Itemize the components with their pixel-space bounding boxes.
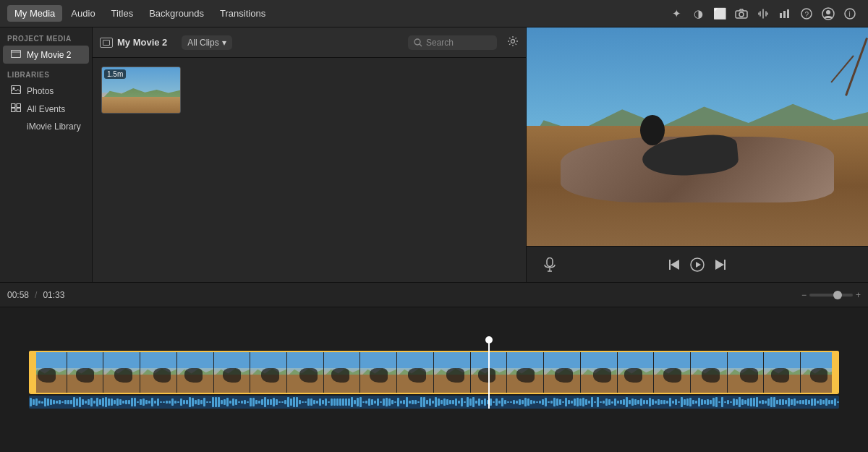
zoom-plus-icon[interactable]: + (856, 290, 861, 300)
clip-thumbnail[interactable]: 1.5m (101, 67, 181, 114)
magic-wand-icon[interactable]: ✦ (668, 6, 684, 22)
zoom-slider[interactable] (809, 294, 853, 297)
film-frame (67, 352, 104, 393)
film-frame (618, 352, 655, 393)
svg-text:?: ? (805, 10, 809, 18)
color-correction-icon[interactable]: ◑ (690, 6, 706, 22)
settings-icon[interactable] (507, 35, 519, 50)
playhead-dot (485, 336, 493, 344)
sidebar-item-all-events[interactable]: All Events (3, 100, 89, 118)
project-media-label: PROJECT MEDIA (0, 27, 92, 46)
audio-track (29, 396, 839, 409)
film-frame (507, 352, 544, 393)
film-frame (214, 352, 251, 393)
photos-label: Photos (27, 86, 54, 96)
skip-forward-button[interactable] (709, 253, 732, 276)
scene-branch (731, 38, 868, 126)
media-title-icon (100, 38, 113, 48)
timeline-header: 00:58 / 01:33 − + (0, 283, 868, 307)
svg-rect-15 (12, 104, 16, 108)
menu-bar-left: My Media Audio Titles Backgrounds Transi… (0, 5, 273, 22)
film-frame (654, 352, 691, 393)
clip-duration: 1.5m (104, 69, 126, 79)
preview-controls (527, 246, 868, 282)
film-frame (691, 352, 728, 393)
playhead[interactable] (488, 336, 490, 409)
audio-icon[interactable] (755, 6, 771, 22)
camera-icon[interactable] (733, 6, 749, 22)
play-button[interactable] (686, 253, 709, 276)
timecode-separator: / (35, 290, 37, 300)
search-box (408, 35, 497, 50)
svg-point-8 (826, 10, 830, 14)
film-frame (287, 352, 324, 393)
all-events-icon (10, 103, 22, 114)
preview-video (527, 27, 868, 246)
svg-rect-18 (17, 108, 21, 112)
menu-item-titles[interactable]: Titles (104, 5, 141, 22)
svg-rect-11 (12, 51, 21, 58)
film-frame (360, 352, 397, 393)
svg-rect-4 (787, 9, 789, 18)
svg-rect-19 (103, 40, 110, 45)
film-frame (397, 352, 434, 393)
mic-button[interactable] (538, 253, 561, 276)
menu-item-my-media[interactable]: My Media (7, 5, 62, 22)
project-icon (10, 49, 22, 60)
svg-marker-31 (715, 260, 724, 270)
search-input[interactable] (426, 38, 491, 48)
info-icon[interactable]: i (842, 6, 858, 22)
svg-point-20 (414, 39, 420, 45)
project-name: My Movie 2 (27, 50, 71, 60)
film-frame (324, 352, 361, 393)
svg-point-1 (739, 12, 744, 17)
clips-filter-chevron: ▾ (222, 38, 226, 48)
sidebar-item-imovie-library[interactable]: iMovie Library (3, 118, 89, 135)
track-handle-left[interactable] (29, 351, 36, 393)
zoom-handle[interactable] (833, 291, 842, 299)
media-browser-content: 1.5m (93, 58, 526, 282)
search-icon (414, 38, 422, 47)
waveform (29, 396, 839, 409)
svg-point-22 (511, 39, 515, 43)
film-frame (544, 352, 581, 393)
preview-panel (527, 27, 868, 282)
film-frame (250, 352, 287, 393)
crop-icon[interactable]: ⬜ (712, 6, 728, 22)
film-track-container (29, 351, 839, 409)
help-icon[interactable]: ? (799, 6, 814, 22)
svg-marker-27 (671, 260, 679, 270)
film-track[interactable] (29, 351, 839, 394)
chart-icon[interactable] (777, 6, 793, 22)
menu-item-audio[interactable]: Audio (64, 5, 102, 22)
menu-item-transitions[interactable]: Transitions (213, 5, 273, 22)
svg-rect-23 (547, 257, 553, 266)
timeline-content (0, 307, 868, 452)
sidebar: PROJECT MEDIA My Movie 2 LIBRARIES Photo… (0, 27, 93, 282)
track-handle-right[interactable] (832, 351, 839, 393)
svg-rect-3 (783, 11, 786, 18)
all-events-label: All Events (27, 104, 65, 114)
preview-scene (527, 27, 868, 246)
film-frame (103, 352, 140, 393)
menu-item-backgrounds[interactable]: Backgrounds (142, 5, 211, 22)
clips-filter[interactable]: All Clips ▾ (182, 35, 231, 50)
film-frame (728, 352, 765, 393)
menu-bar: My Media Audio Titles Backgrounds Transi… (0, 0, 868, 27)
sidebar-item-my-movie[interactable]: My Movie 2 (3, 46, 89, 64)
film-frame (140, 352, 177, 393)
media-browser-header: My Movie 2 All Clips ▾ (93, 27, 526, 58)
account-icon[interactable] (820, 6, 836, 22)
clips-filter-label: All Clips (187, 38, 218, 48)
zoom-minus-icon[interactable]: − (801, 290, 807, 300)
media-browser: My Movie 2 All Clips ▾ 1.5m (93, 27, 527, 282)
svg-text:i: i (849, 10, 851, 18)
sidebar-item-photos[interactable]: Photos (3, 82, 89, 100)
thumb-ground (102, 97, 180, 113)
current-timecode: 00:58 (7, 290, 29, 300)
media-title-box: My Movie 2 (100, 37, 167, 48)
svg-rect-17 (12, 108, 16, 112)
skip-back-button[interactable] (663, 253, 686, 276)
controls-wrapper (527, 253, 868, 276)
timeline-zoom: − + (801, 290, 861, 300)
